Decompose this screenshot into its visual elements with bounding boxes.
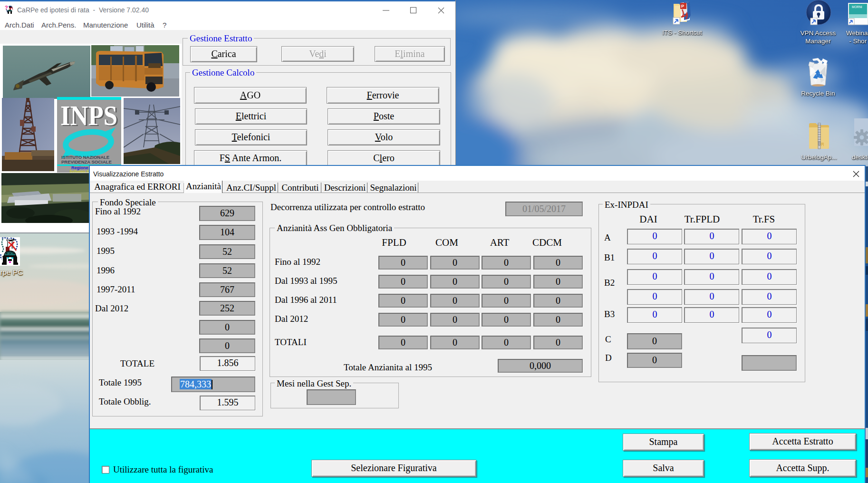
svg-text:INPS: INPS — [60, 100, 117, 131]
svg-text:MORNI: MORNI — [852, 5, 862, 9]
svg-text:PREVIDENZA SOCIALE: PREVIDENZA SOCIALE — [61, 159, 112, 164]
svg-text:P: P — [681, 4, 684, 9]
